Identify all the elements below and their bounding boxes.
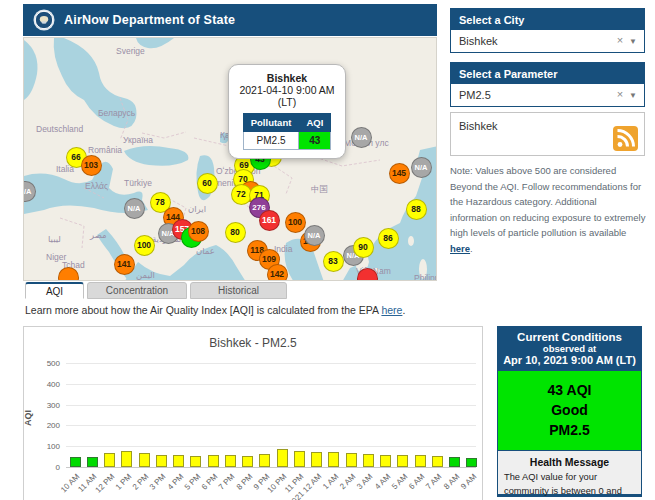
chart-bar[interactable]	[173, 455, 184, 467]
chart-bar[interactable]	[294, 451, 305, 467]
aqi-marker[interactable]: 103	[81, 155, 102, 176]
tab-aqi[interactable]: AQI	[25, 282, 84, 299]
chart-bar[interactable]	[242, 456, 253, 467]
aqi-marker[interactable]: 88	[406, 199, 427, 220]
chart-bar[interactable]	[156, 455, 167, 467]
chart-y-tick: 0	[30, 463, 60, 472]
chart-y-tick: 300	[30, 401, 60, 410]
aqi-marker[interactable]: 141	[114, 254, 135, 275]
aqi-value-line: 43 AQI	[498, 380, 641, 400]
aqi-marker[interactable]: 100	[134, 235, 155, 256]
city-select-panel: Select a City Bishkek ×▼	[450, 8, 645, 53]
learn-more-text-end: .	[402, 304, 405, 316]
aqi-marker[interactable]: 142	[267, 264, 288, 282]
chart-bar[interactable]	[380, 455, 391, 467]
aqi-marker[interactable]: N/A	[304, 225, 325, 246]
aqi-marker[interactable]: N/A	[351, 127, 372, 148]
chart-y-tick: 500	[30, 359, 60, 368]
current-conditions-header: Current Conditions observed at Apr 10, 2…	[498, 327, 641, 371]
clear-parameter-icon[interactable]: ×	[617, 88, 623, 100]
note-text: Note: Values above 500 are considered Be…	[450, 165, 645, 238]
chart-bar[interactable]	[121, 451, 132, 467]
chart-bar[interactable]	[397, 455, 408, 467]
chart-bar[interactable]	[432, 456, 443, 467]
airnow-page: { "header": {"title": "AirNow Department…	[0, 0, 655, 500]
chart-gridline	[66, 384, 476, 385]
city-select-value: Bishkek	[459, 35, 498, 47]
aqi-marker[interactable]: 86	[378, 228, 399, 249]
aqi-marker[interactable]: N/A	[124, 198, 145, 219]
chevron-down-icon[interactable]: ▼	[629, 37, 637, 46]
parameter-select-value: PM2.5	[459, 89, 491, 101]
chart-bar[interactable]	[190, 456, 201, 467]
chart-bar[interactable]	[346, 453, 357, 467]
chart-gridline	[66, 467, 476, 468]
aqi-parameter-line: PM2.5	[498, 420, 641, 440]
department-of-state-seal-icon	[33, 9, 55, 31]
popup-col-aqi: AQI	[299, 114, 331, 132]
chevron-down-icon[interactable]: ▼	[629, 91, 637, 100]
aqi-bar-chart: Bishkek - PM2.5 AQI 010020030040050010 A…	[23, 326, 483, 500]
aqi-marker[interactable]: 161	[259, 210, 280, 231]
tab-historical[interactable]: Historical	[190, 282, 287, 299]
chart-bar[interactable]	[466, 458, 477, 467]
aqi-marker[interactable]: 83	[323, 251, 344, 272]
chart-bar[interactable]	[328, 452, 339, 467]
chart-gridline	[66, 425, 476, 426]
note-text-end: .	[470, 243, 473, 254]
chart-bar[interactable]	[208, 455, 219, 467]
view-tabs: AQIConcentrationHistorical	[25, 282, 287, 299]
chart-bar[interactable]	[363, 454, 374, 467]
chart-bar[interactable]	[104, 453, 115, 467]
chart-bar[interactable]	[225, 455, 236, 467]
observed-at-label: observed at	[500, 343, 639, 354]
note-here-link[interactable]: here	[450, 243, 470, 254]
aqi-marker[interactable]: N/A	[411, 157, 432, 178]
clear-city-icon[interactable]: ×	[617, 34, 623, 46]
aqi-marker[interactable]	[58, 267, 79, 282]
chart-y-tick: 400	[30, 380, 60, 389]
city-select[interactable]: Bishkek ×▼	[451, 30, 644, 52]
rss-icon[interactable]	[613, 126, 638, 151]
aqi-marker[interactable]: 145	[389, 163, 410, 184]
chart-bar[interactable]	[449, 457, 460, 467]
chart-bar[interactable]	[87, 457, 98, 467]
chart-gridline	[66, 446, 476, 447]
app-header: AirNow Department of State	[23, 4, 437, 36]
chart-gridline	[66, 405, 476, 406]
learn-more-here-link[interactable]: here	[381, 304, 402, 316]
aqi-marker[interactable]: 90	[353, 237, 374, 258]
popup-aqi-value: 43	[299, 132, 331, 150]
aqi-marker[interactable]: 100	[285, 212, 306, 233]
chart-y-tick: 100	[30, 442, 60, 451]
chart-y-tick: 200	[30, 421, 60, 430]
chart-title: Bishkek - PM2.5	[24, 336, 482, 350]
health-message-text: The AQI value for your community is betw…	[498, 470, 641, 500]
parameter-select[interactable]: PM2.5 ×▼	[451, 84, 644, 106]
current-conditions-title: Current Conditions	[500, 331, 639, 343]
aqi-marker[interactable]: 80	[225, 222, 246, 243]
aqi-marker[interactable]: 108	[188, 221, 209, 242]
aqi-marker[interactable]: 60	[197, 173, 218, 194]
rss-city-label: Bishkek	[459, 120, 498, 132]
observed-time: Apr 10, 2021 9:00 AM (LT)	[500, 354, 639, 366]
chart-bar[interactable]	[277, 449, 288, 467]
chart-bar[interactable]	[70, 457, 81, 467]
popup-pollutant-value: PM2.5	[243, 132, 299, 150]
aqi-summary-block: 43 AQI Good PM2.5	[498, 371, 641, 451]
popup-col-pollutant: Pollutant	[243, 114, 299, 132]
learn-more-line: Learn more about how the Air Quality Ind…	[25, 304, 405, 316]
chart-bar[interactable]	[311, 452, 322, 467]
chart-bar[interactable]	[415, 455, 426, 467]
chart-gridline	[66, 363, 476, 364]
chart-bar[interactable]	[259, 454, 270, 467]
aqi-map[interactable]: SverigeБеларусьDeutschlandУкраїнаRomânia…	[23, 37, 437, 281]
map-popup[interactable]: Bishkek 2021-04-10 9:00 AM (LT) Pollutan…	[228, 64, 346, 159]
chart-bar[interactable]	[139, 453, 150, 467]
popup-timezone: (LT)	[233, 96, 341, 108]
rss-feed-panel: Bishkek	[450, 112, 645, 156]
tab-concentration[interactable]: Concentration	[87, 282, 187, 299]
popup-city: Bishkek	[233, 72, 341, 84]
learn-more-text: Learn more about how the Air Quality Ind…	[25, 304, 381, 316]
parameter-select-header: Select a Parameter	[451, 63, 644, 84]
